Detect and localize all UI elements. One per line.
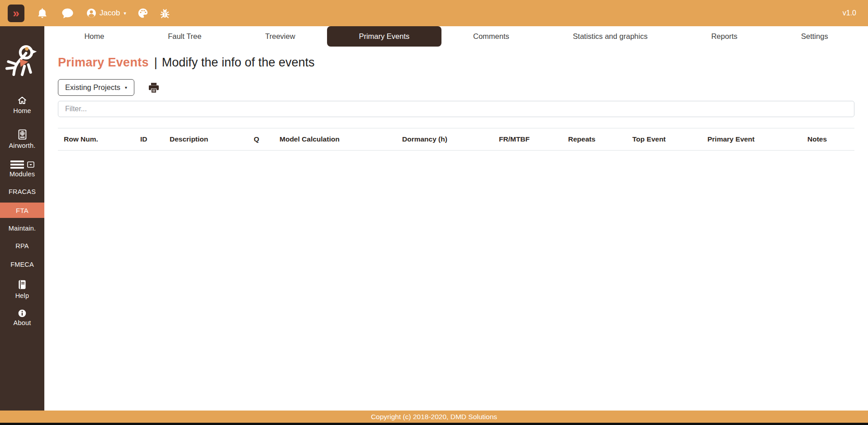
sidebar: Home Airworth. Modules FRACAS FTA	[0, 26, 44, 411]
user-avatar-icon	[86, 8, 97, 19]
app-version: v1.0	[843, 9, 856, 17]
app-logo-bird	[3, 42, 42, 80]
sidebar-item-label: Help	[15, 292, 29, 299]
sidebar-item-airworthiness[interactable]: Airworth.	[0, 128, 44, 149]
chevron-down-icon: ▾	[123, 10, 126, 16]
tab-settings[interactable]: Settings	[769, 26, 860, 47]
existing-projects-label: Existing Projects	[65, 83, 120, 92]
column-header-repeats: Repeats	[562, 128, 626, 151]
sidebar-item-label: Home	[13, 107, 31, 114]
user-name: Jacob	[100, 9, 120, 18]
column-header-dormancy: Dormancy (h)	[396, 128, 493, 151]
page-title-main: Primary Events	[58, 56, 149, 70]
top-bar: » Jacob ▾	[0, 0, 868, 26]
footer: Copyright (c) 2018-2020, DMD Solutions	[0, 411, 868, 423]
column-header-row-num: Row Num.	[58, 128, 134, 151]
existing-projects-dropdown[interactable]: Existing Projects ▾	[58, 79, 134, 96]
sidebar-item-about[interactable]: About	[0, 309, 44, 326]
tab-treeview[interactable]: Treeview	[233, 26, 327, 47]
tab-reports[interactable]: Reports	[679, 26, 769, 47]
user-menu[interactable]: Jacob ▾	[86, 8, 126, 19]
tab-home[interactable]: Home	[52, 26, 136, 47]
page-title-separator: |	[154, 56, 157, 70]
print-button[interactable]	[147, 81, 160, 94]
modules-collapse-caret-icon[interactable]	[27, 161, 34, 168]
main-content: Home Fault Tree Treeview Primary Events …	[44, 26, 868, 411]
sidebar-expand-button[interactable]: »	[8, 5, 24, 22]
page-title-subtitle: Modify the info of the events	[162, 56, 315, 70]
tab-fault-tree[interactable]: Fault Tree	[136, 26, 233, 47]
column-header-fr-mtbf: FR/MTBF	[493, 128, 562, 151]
airworthiness-book-icon	[16, 128, 28, 141]
primary-events-table: Row Num. ID Description Q Model Calculat…	[58, 128, 854, 151]
chat-icon[interactable]	[61, 7, 74, 20]
sidebar-item-fracas[interactable]: FRACAS	[0, 188, 44, 195]
column-header-notes: Notes	[802, 128, 854, 151]
column-header-description: Description	[164, 128, 248, 151]
sidebar-item-fmeca[interactable]: FMECA	[0, 261, 44, 268]
tab-primary-events[interactable]: Primary Events	[327, 26, 441, 47]
sidebar-item-label: FMECA	[10, 261, 34, 268]
copyright-text: Copyright (c) 2018-2020, DMD Solutions	[371, 413, 497, 421]
toolbar: Existing Projects ▾	[58, 79, 854, 96]
page-title: Primary Events | Modify the info of the …	[58, 56, 854, 70]
theme-palette-icon[interactable]	[137, 7, 149, 19]
sidebar-item-help[interactable]: Help	[0, 279, 44, 299]
column-header-top-event: Top Event	[626, 128, 702, 151]
filter-input[interactable]	[58, 101, 854, 117]
sidebar-item-label: FTA	[16, 207, 28, 214]
sidebar-item-label: About	[14, 319, 31, 326]
sidebar-item-fta-active[interactable]: FTA	[0, 203, 44, 218]
help-book-icon	[16, 279, 28, 291]
table-header-row: Row Num. ID Description Q Model Calculat…	[58, 128, 854, 151]
tab-statistics-and-graphics[interactable]: Statistics and graphics	[541, 26, 679, 47]
sidebar-item-label: RPA	[15, 242, 28, 250]
sidebar-item-home[interactable]: Home	[0, 95, 44, 114]
sidebar-item-label: FRACAS	[9, 188, 36, 195]
notifications-bell-icon[interactable]	[36, 7, 48, 19]
column-header-q: Q	[248, 128, 274, 151]
module-tab-bar: Home Fault Tree Treeview Primary Events …	[44, 26, 868, 47]
menu-hamburger-icon	[10, 160, 24, 169]
info-icon	[18, 309, 27, 318]
sidebar-item-label: Maintain.	[9, 225, 36, 232]
printer-icon	[147, 81, 160, 94]
sidebar-item-rpa[interactable]: RPA	[0, 242, 44, 250]
sidebar-item-modules[interactable]: Modules	[0, 160, 44, 178]
chevron-down-icon: ▾	[125, 85, 127, 90]
column-header-id: ID	[134, 128, 164, 151]
column-header-model-calculation: Model Calculation	[274, 128, 396, 151]
sidebar-item-label: Modules	[9, 170, 35, 178]
bug-report-icon[interactable]	[159, 7, 171, 19]
tab-comments[interactable]: Comments	[441, 26, 541, 47]
sidebar-item-maintainability[interactable]: Maintain.	[0, 225, 44, 232]
bottom-edge-strip	[0, 423, 868, 425]
page-content: Primary Events | Modify the info of the …	[44, 56, 868, 151]
sidebar-item-label: Airworth.	[9, 142, 35, 149]
column-header-primary-event: Primary Event	[702, 128, 802, 151]
home-icon	[16, 95, 28, 106]
